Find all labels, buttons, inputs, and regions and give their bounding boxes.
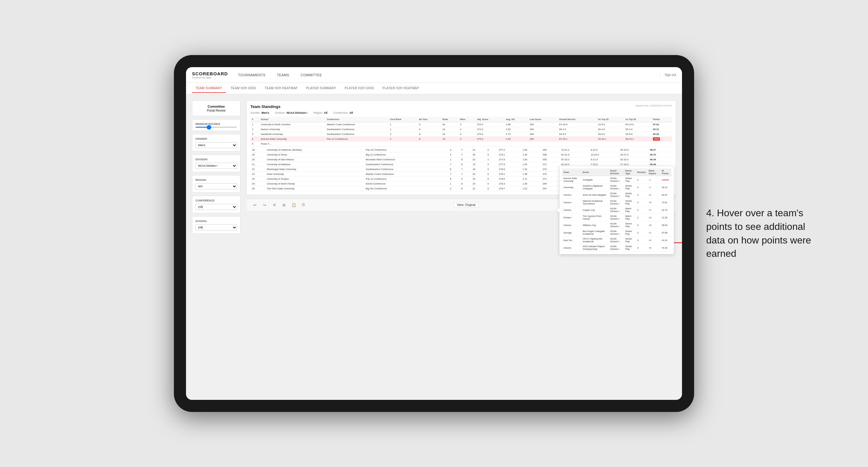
nav-item-committee[interactable]: COMMITTEE xyxy=(300,68,323,82)
t25-3: 29-5-0 xyxy=(596,132,624,137)
rnds-2: 23 xyxy=(441,127,459,132)
sidebar-region: Region N/A East West xyxy=(192,175,241,193)
wins-19: 0 xyxy=(486,152,497,157)
pts-2: 93.31 xyxy=(651,127,672,132)
tt-div-6: NCAA Division I xyxy=(609,214,624,221)
min-rounds-slider[interactable] xyxy=(195,127,237,128)
tt-rank-4: +3 xyxy=(647,199,660,206)
nav-item-tournaments[interactable]: TOURNAMENTS xyxy=(237,68,267,82)
logo-area: SCOREBOARD Powered by clippi xyxy=(192,71,228,79)
ovr-3: 63-5-0 xyxy=(558,132,596,137)
ntour-19: 7 xyxy=(460,152,471,157)
undo-button[interactable]: ↩ xyxy=(251,201,258,209)
crank-2: 1 xyxy=(388,127,417,132)
avg-20: 1.50 xyxy=(521,157,541,162)
division-select[interactable]: NCAA Division I NCAA Division II xyxy=(195,163,237,169)
tab-player-summary[interactable]: PLAYER SUMMARY xyxy=(303,84,340,93)
list-item: Univers. Amer An Intercollegiate NCAA Di… xyxy=(562,191,672,199)
left-sidebar: Committee Portal Review Minimum Rounds G… xyxy=(192,100,241,394)
tt-team-7: Univers. xyxy=(562,221,581,229)
pts-4[interactable]: 79.5 xyxy=(651,137,672,142)
wins-20: 1 xyxy=(486,157,497,162)
tt-event-7: Williams Cup xyxy=(581,221,609,229)
tt-type-1: Stroke Play xyxy=(624,176,636,184)
list-item: Univers. National Invitational Tournamen… xyxy=(562,199,672,206)
reset-button[interactable]: ↺ xyxy=(271,201,278,209)
tab-player-h2h-grid[interactable]: PLAYER H2H GRID xyxy=(341,84,378,93)
tt-col-team: Team xyxy=(562,168,581,176)
nav-item-teams[interactable]: TEAMS xyxy=(276,68,290,82)
ovr-2: 86-4-0 xyxy=(558,127,596,132)
t50-1: 50-10-0 xyxy=(624,122,651,127)
tt-rnds-2: 3 xyxy=(636,184,647,191)
school-25: University of North Florida xyxy=(265,182,364,186)
adj-23: 278.1 xyxy=(497,172,521,177)
school-19: University of Texas xyxy=(265,152,364,157)
filter-conference-value: All xyxy=(349,111,353,114)
rank-24: 24 xyxy=(250,177,265,182)
ntour-25: 8 xyxy=(460,182,471,186)
adj-21: 277.9 xyxy=(497,162,521,167)
filter-conference: Conference: All xyxy=(333,111,353,114)
tt-rank-5: +1 xyxy=(647,206,660,214)
region-select[interactable]: N/A East West xyxy=(195,183,237,189)
school-select[interactable]: (All) xyxy=(195,224,237,230)
t25-2: 29-4-0 xyxy=(596,127,624,132)
tt-rank-10: +0 xyxy=(647,244,660,252)
redo-button[interactable]: ↪ xyxy=(261,201,268,209)
tt-rnds-5: 2 xyxy=(636,206,647,214)
ntour-20: 8 xyxy=(460,157,471,162)
sidebar-gender: Gender Men's Women's xyxy=(192,134,241,152)
t25-19: 13-23-2 xyxy=(589,152,619,157)
list-item: Univers. 2023 Sahalee Players Championsh… xyxy=(562,244,672,252)
tt-wpts-1: 110.63 xyxy=(660,176,672,184)
low-24: 271 xyxy=(541,177,559,182)
school-18: University of California, Berkeley xyxy=(265,148,364,152)
conf-2: Southeastern Conference xyxy=(326,127,389,132)
rank-21: 21 xyxy=(250,162,265,167)
tt-div-7: NCAA Division I xyxy=(609,221,624,229)
copy-button[interactable]: ⧉ xyxy=(280,201,288,209)
tt-col-rank: Rank Impact xyxy=(647,168,660,176)
tab-team-summary[interactable]: TEAM SUMMARY xyxy=(192,84,226,93)
crank-24: 5 xyxy=(448,177,460,182)
tab-team-h2h-grid[interactable]: TEAM H2H GRID xyxy=(227,84,260,93)
wins-2: 4 xyxy=(459,127,475,132)
list-item: East Ten OFCC Fighting Illini Invitation… xyxy=(562,237,672,244)
tt-type-9: Stroke Play xyxy=(624,237,636,244)
school-label: School xyxy=(195,220,237,223)
tt-rnds-3: 3 xyxy=(636,191,647,199)
ntour-3: 8 xyxy=(417,132,441,137)
tt-type-10: Stroke Play xyxy=(624,244,636,252)
avg-26: 1.22 xyxy=(521,186,541,191)
tt-col-rounds: Rounds xyxy=(636,168,647,176)
adj-24: 278.0 xyxy=(497,177,521,182)
school-21: University of Alabama xyxy=(265,162,364,167)
tab-team-h2h-heatmap[interactable]: TEAM H2H HEATMAP xyxy=(261,84,301,93)
adj-1: 272.0 xyxy=(475,122,504,127)
tt-div-8: NCAA Division I xyxy=(609,229,624,237)
sidebar-conference: Conference (All) ACC SEC xyxy=(192,196,241,213)
rnds-26: 21 xyxy=(471,186,486,191)
list-item: Univers. Copper Cup NCAA Division I Matc… xyxy=(562,206,672,214)
conf-18: Pac-12 Conference xyxy=(364,148,448,152)
low-26: 267 xyxy=(541,186,559,191)
ovr-19: 42-31-3 xyxy=(559,152,589,157)
crank-21: 7 xyxy=(448,162,460,167)
wins-18: 2 xyxy=(486,148,497,152)
crank-18: 4 xyxy=(448,148,460,152)
conference-select[interactable]: (All) ACC SEC xyxy=(195,204,237,210)
tt-type-4: Stroke Play xyxy=(624,199,636,206)
col-points: Points xyxy=(651,117,672,122)
sign-out-button[interactable]: Sign out xyxy=(660,73,676,76)
gender-select[interactable]: Men's Women's xyxy=(195,142,237,148)
tt-team-10: Univers. xyxy=(562,244,581,252)
rnds-21: 13 xyxy=(471,162,486,167)
view-original-button[interactable]: View: Original xyxy=(454,202,479,208)
school-24: University of Oregon xyxy=(265,177,364,182)
tab-player-h2h-heatmap[interactable]: PLAYER H2H HEATMAP xyxy=(379,84,423,93)
low-18: 260 xyxy=(541,148,559,152)
filter-division-label: Division: xyxy=(275,111,285,114)
paste-button[interactable]: 📋 xyxy=(290,201,297,209)
timer-button[interactable]: ⏱ xyxy=(300,201,307,209)
